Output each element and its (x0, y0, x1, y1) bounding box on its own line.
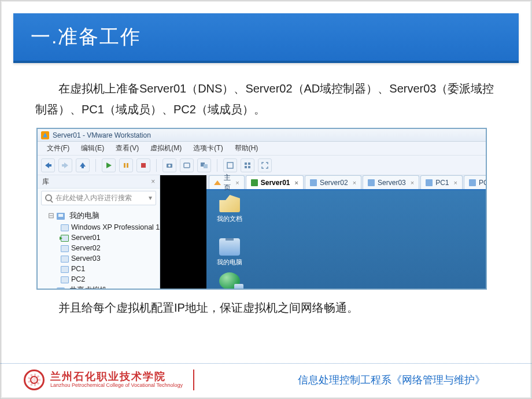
tab-pc2[interactable]: PC2 × (464, 175, 487, 189)
vm-icon (61, 276, 69, 283)
vm-icon (469, 179, 476, 186)
vmware-window: Server01 - VMware Workstation 文件(F) 编辑(E… (36, 128, 487, 290)
menu-file[interactable]: 文件(F) (41, 143, 75, 153)
toolbar-button[interactable] (76, 158, 90, 172)
institution-name-cn: 兰州石化职业技术学院 (50, 371, 183, 383)
search-icon (45, 194, 52, 201)
intro-text: 在虚拟机上准备Server01（DNS）、Server02（AD域控制器）、Se… (35, 78, 497, 120)
svg-point-9 (168, 164, 171, 167)
tab-server01[interactable]: Server01 × (246, 175, 304, 189)
close-icon[interactable]: × (235, 179, 239, 186)
close-icon[interactable]: × (151, 178, 155, 186)
svg-rect-13 (227, 162, 233, 168)
search-placeholder: 在此处键入内容进行搜索 (56, 193, 132, 203)
vm-running-icon (61, 235, 69, 242)
tree-shared[interactable]: 共享虚拟机 (38, 285, 160, 289)
menu-help[interactable]: 帮助(H) (229, 143, 264, 153)
toolbar-button[interactable] (41, 158, 55, 172)
toolbar-button[interactable] (241, 158, 254, 172)
tree-item[interactable]: Server02 (38, 243, 160, 253)
suspend-button[interactable] (119, 158, 133, 172)
sidebar: 库 × 在此处键入内容进行搜索 ▾ ⊟ 我的电脑 Windows XP Prof… (38, 175, 160, 289)
toolbar-button[interactable] (223, 158, 237, 172)
svg-rect-3 (82, 167, 84, 168)
vm-icon (368, 179, 375, 186)
tab-server02[interactable]: Server02 × (305, 175, 361, 189)
tab-server03[interactable]: Server03 × (363, 175, 419, 189)
toolbar-button[interactable] (58, 158, 72, 172)
chevron-down-icon[interactable]: ▾ (149, 194, 152, 202)
close-icon[interactable]: × (454, 179, 457, 186)
vmware-app-icon (41, 131, 49, 139)
toolbar (38, 156, 486, 175)
tree-item[interactable]: PC2 (38, 274, 160, 285)
close-icon[interactable]: × (353, 179, 356, 186)
vm-icon (61, 224, 69, 231)
computer-icon (219, 238, 240, 256)
svg-rect-16 (245, 166, 247, 168)
vm-icon (61, 256, 69, 263)
network-icon (219, 272, 240, 290)
menu-vm[interactable]: 虚拟机(M) (145, 143, 187, 153)
institution-name-en: Lanzhou Petrochemical College of Vocatio… (50, 383, 183, 389)
fullscreen-button[interactable] (258, 158, 272, 172)
svg-rect-6 (127, 163, 128, 168)
desktop-icon-network[interactable] (212, 272, 247, 290)
tab-pc1[interactable]: PC1 × (420, 175, 463, 189)
slide-footer: 兰州石化职业技术学院 Lanzhou Petrochemical College… (1, 363, 531, 390)
menu-view[interactable]: 查看(V) (110, 143, 145, 153)
shared-icon (57, 287, 65, 289)
search-input[interactable]: 在此处键入内容进行搜索 ▾ (41, 191, 156, 205)
svg-rect-17 (248, 166, 250, 168)
computer-icon (57, 213, 65, 220)
vm-icon (310, 179, 317, 186)
console-gutter (160, 175, 206, 289)
collapse-icon[interactable]: ⊟ (48, 211, 54, 220)
tab-strip: 主页 × Server01 × Server02 × (206, 175, 487, 190)
tab-home[interactable]: 主页 × (209, 175, 244, 189)
svg-marker-1 (62, 162, 68, 168)
menu-edit[interactable]: 编辑(E) (75, 143, 110, 153)
vm-icon (251, 179, 258, 186)
vm-icon (426, 179, 433, 186)
folder-icon (219, 195, 240, 212)
tree-item[interactable]: Windows XP Professional 1 (38, 222, 160, 232)
guest-desktop[interactable]: 我的文档 我的电脑 (206, 190, 487, 290)
seal-icon (24, 370, 45, 390)
power-on-button[interactable] (102, 158, 116, 172)
home-icon (214, 180, 221, 185)
svg-rect-5 (124, 163, 125, 168)
close-icon[interactable]: × (294, 179, 298, 186)
tree-root[interactable]: ⊟ 我的电脑 (38, 210, 160, 222)
tree-item[interactable]: Server03 (38, 253, 160, 264)
window-titlebar[interactable]: Server01 - VMware Workstation (38, 129, 486, 142)
window-title: Server01 - VMware Workstation (53, 131, 151, 139)
tree-item[interactable]: Server01 (38, 232, 160, 243)
close-icon[interactable]: × (411, 179, 414, 186)
vm-icon (61, 266, 69, 273)
power-off-button[interactable] (136, 158, 150, 172)
svg-rect-7 (141, 163, 146, 168)
slide-title: 一.准备工作 (13, 13, 519, 63)
desktop-icon-computer[interactable]: 我的电脑 (212, 238, 247, 267)
svg-rect-12 (204, 164, 208, 168)
snapshot-button[interactable] (162, 158, 176, 172)
toolbar-button[interactable] (180, 158, 194, 172)
svg-rect-10 (184, 163, 190, 168)
svg-rect-14 (245, 162, 247, 165)
course-name: 信息处理控制工程系《网络管理与维护》 (298, 373, 485, 387)
institution-logo: 兰州石化职业技术学院 Lanzhou Petrochemical College… (24, 370, 194, 390)
svg-marker-4 (106, 162, 112, 168)
tree-item[interactable]: PC1 (38, 264, 160, 274)
sidebar-header: 库 (42, 177, 49, 187)
menu-tabs[interactable]: 选项卡(T) (187, 143, 228, 153)
menu-bar: 文件(F) 编辑(E) 查看(V) 虚拟机(M) 选项卡(T) 帮助(H) (38, 142, 486, 156)
svg-marker-2 (80, 162, 86, 167)
outro-text: 并且给每个虚拟机配置IP地址，保证虚拟机之间网络畅通。 (35, 300, 497, 316)
desktop-icon-documents[interactable]: 我的文档 (212, 195, 247, 223)
library-tree: ⊟ 我的电脑 Windows XP Professional 1 Server0… (38, 208, 160, 289)
toolbar-button[interactable] (197, 158, 211, 172)
svg-rect-15 (248, 162, 250, 165)
svg-marker-0 (45, 162, 51, 168)
vm-icon (61, 245, 69, 252)
